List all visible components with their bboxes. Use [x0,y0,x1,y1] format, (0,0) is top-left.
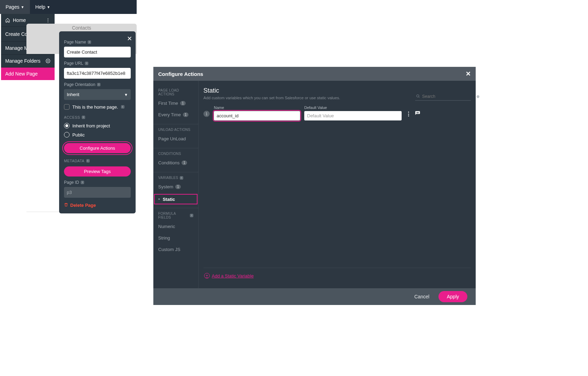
info-icon: i [85,62,88,65]
dropdown-home-label: Home [13,17,26,23]
kebab-icon[interactable]: ⋮ [406,111,411,118]
dropdown-manage-folders-label: Manage Folders [5,58,40,64]
access-inherit-label: Inherit from project [72,123,110,128]
dropdown-item-add-new-page[interactable]: Add New Page [1,68,55,80]
page-id-label: Page IDi [64,180,131,185]
variable-default-input[interactable] [304,111,402,120]
badge-count: 1 [175,185,181,189]
modal-title: Configure Actions [158,71,203,77]
page-settings-panel: ✕ Page Namei Page URLi Page Orientationi… [59,31,136,213]
svg-point-2 [417,95,419,97]
chevron-down-icon: ▼ [21,5,24,9]
sidebar-item-static[interactable]: Static [154,194,198,204]
variable-row: 1 Name Default Value ⋮ [203,105,471,120]
sidebar-hdr-unload: UNLOAD ACTIONS [153,124,198,133]
chevron-down-icon: ▼ [47,5,50,9]
sidebar-hdr-variables: VARIABLESi [153,172,198,181]
dropdown-add-new-page-label: Add New Page [5,71,38,77]
access-public-label: Public [72,132,84,138]
badge-count: 1 [182,160,187,165]
badge-count: 1 [183,112,188,117]
page-orientation-label: Page Orientationi [64,82,131,87]
configure-actions-button[interactable]: Configure Actions [64,143,131,153]
menu-help[interactable]: Help ▼ [30,0,56,14]
orientation-value: Inherit [67,92,79,97]
sidebar-hdr-conditions: CONDITIONS [153,148,198,157]
dropdown-item-manage-folders[interactable]: Manage Folders [1,55,55,68]
access-public-radio[interactable] [64,132,70,138]
add-static-variable-link[interactable]: + Add a Static Variable [203,268,471,283]
search-field[interactable]: ⊗ [415,93,471,101]
metadata-section-header: METADATAi [64,159,131,163]
gear-icon[interactable] [46,58,50,63]
preview-tags-button[interactable]: Preview Tags [64,166,131,177]
page-orientation-select[interactable]: Inherit ▼ [64,89,131,100]
info-icon: i [97,83,100,86]
kebab-icon[interactable]: ⋮ [46,17,50,23]
menu-help-label: Help [35,4,46,10]
home-icon [5,18,10,23]
trash-icon [64,203,68,208]
modal-footer: Cancel Apply [153,288,476,305]
page-id-readonly: p3 [64,187,131,198]
modal-header: Configure Actions ✕ [153,67,476,81]
info-icon: i [190,214,193,217]
access-section-header: ACCESSi [64,115,131,119]
delete-page-link[interactable]: Delete Page [64,203,131,208]
page-url-label: Page URLi [64,61,131,66]
sidebar-item-string[interactable]: String [153,232,198,244]
search-input[interactable] [422,94,474,99]
sidebar-hdr-formula: FORMULA FIELDSi [153,208,198,221]
clear-icon[interactable]: ⊗ [476,94,480,99]
page-url-input[interactable] [64,68,131,79]
plus-circle-icon: + [204,273,210,279]
comment-icon[interactable] [415,111,420,118]
page-name-label: Page Namei [64,40,131,45]
info-icon: i [81,181,84,184]
name-label: Name [214,105,300,110]
info-icon: i [121,105,124,109]
row-index: 1 [203,111,210,117]
access-inherit-radio[interactable] [64,123,70,128]
sidebar-item-first-time[interactable]: First Time 1 [153,97,198,109]
menu-pages[interactable]: Pages ▼ [0,0,30,14]
sidebar-item-system[interactable]: System 1 [153,181,198,193]
background-tab-label: Contacts [72,25,91,31]
modal-sidebar: PAGE LOAD ACTIONS First Time 1 Every Tim… [153,81,199,288]
apply-button[interactable]: Apply [438,291,467,302]
home-page-checkbox[interactable] [64,104,70,110]
default-value-label: Default Value [304,105,402,110]
configure-actions-modal: Configure Actions ✕ PAGE LOAD ACTIONS Fi… [153,67,476,305]
page-name-input[interactable] [64,47,131,57]
delete-page-label: Delete Page [70,203,96,208]
variable-name-input[interactable] [214,111,300,120]
svg-point-1 [47,60,49,62]
sidebar-item-conditions[interactable]: Conditions 1 [153,157,198,169]
chevron-down-icon: ▼ [124,93,128,97]
info-icon: i [180,176,183,180]
info-icon: i [82,116,85,119]
sidebar-item-page-unload[interactable]: Page UnLoad [153,133,198,144]
sidebar-item-customjs[interactable]: Custom JS [153,244,198,255]
home-page-checkbox-label: This is the home page. [72,104,118,110]
info-icon: i [86,159,90,163]
sidebar-hdr-page-load: PAGE LOAD ACTIONS [153,85,198,97]
badge-count: 1 [180,101,186,105]
topbar: Pages ▼ Help ▼ [0,0,137,14]
add-static-variable-label: Add a Static Variable [212,273,253,279]
modal-content: Static Add custom variables which you ca… [199,81,476,288]
menu-pages-label: Pages [6,4,19,10]
close-icon[interactable]: ✕ [466,70,471,78]
search-icon [416,93,420,100]
cancel-button[interactable]: Cancel [414,294,429,299]
sidebar-item-every-time[interactable]: Every Time 1 [153,109,198,120]
close-icon[interactable]: ✕ [127,35,132,42]
info-icon: i [88,40,91,44]
sidebar-item-numeric[interactable]: Numeric [153,221,198,232]
